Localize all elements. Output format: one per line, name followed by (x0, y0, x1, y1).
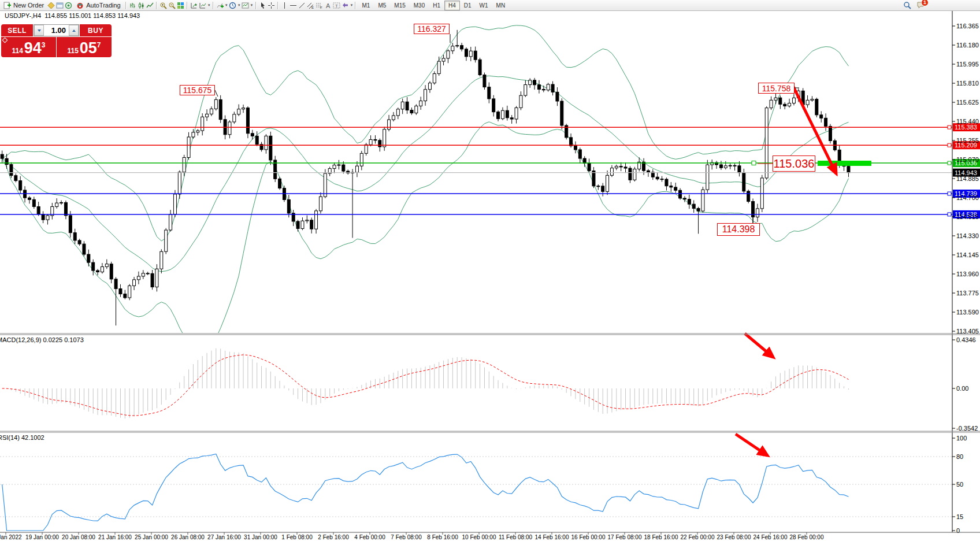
candle (583, 158, 586, 163)
equidistant-channel-icon[interactable]: E (306, 1, 315, 10)
price-callout-115675[interactable]: 115.675 (180, 85, 215, 95)
candle (219, 99, 222, 119)
price-callout-114398[interactable]: 114.398 (717, 223, 760, 236)
candle (719, 165, 722, 168)
candle (242, 108, 245, 109)
price-callout-115758[interactable]: 115.758 (758, 83, 795, 94)
volume-decrease-button[interactable] (34, 25, 44, 36)
arrows-tool-icon[interactable] (341, 1, 350, 10)
sell-price[interactable]: 114943 (1, 37, 56, 57)
indicators-icon[interactable] (216, 1, 224, 10)
fibonacci-icon[interactable]: F (315, 1, 324, 10)
candle (820, 115, 823, 118)
timeframe-button-mn[interactable]: MN (492, 1, 510, 10)
svg-text:T: T (335, 3, 338, 9)
candle (169, 214, 172, 230)
line-chart-icon[interactable] (146, 1, 154, 10)
autotrading-icon (76, 1, 84, 10)
one-click-price-row: 114943 115057 (1, 37, 112, 57)
timeframe-button-w1[interactable]: W1 (476, 1, 492, 10)
candle (365, 144, 368, 153)
buy-button[interactable]: BUY (80, 24, 112, 36)
templates-icon[interactable] (241, 1, 250, 10)
candle (515, 108, 518, 119)
toolbar-right-group: 1 (903, 1, 925, 10)
candle (779, 98, 782, 104)
time-tick-label: 24 Feb 16:00 (753, 534, 788, 540)
templates-caret-icon[interactable]: ▼ (250, 3, 254, 7)
new-chart-icon[interactable] (190, 1, 198, 10)
candle (155, 269, 158, 287)
svg-text:E: E (311, 6, 314, 9)
candle (815, 99, 818, 115)
periods-icon[interactable] (228, 1, 237, 10)
search-icon[interactable] (903, 1, 911, 10)
profiles-caret-icon[interactable]: ▼ (207, 3, 211, 7)
level-handle (948, 161, 951, 165)
text-icon[interactable]: A (324, 1, 332, 10)
timeframe-button-h1[interactable]: H1 (429, 1, 444, 10)
candle (456, 46, 459, 46)
time-tick-label: 8 Feb 16:00 (427, 534, 458, 540)
autotrading-button[interactable]: AutoTrading (73, 1, 124, 10)
candle (574, 146, 577, 150)
vertical-line-icon[interactable] (280, 1, 289, 10)
zoom-in-icon[interactable] (159, 1, 168, 10)
data-window-icon[interactable] (55, 1, 64, 10)
new-order-button[interactable]: New Order (0, 1, 47, 10)
price-tick-label: 116.365 (956, 23, 979, 29)
buy-price[interactable]: 115057 (57, 37, 112, 57)
navigator-icon[interactable] (64, 1, 73, 10)
sell-button[interactable]: SELL (1, 24, 33, 36)
candle (137, 276, 140, 280)
price-callout-116327[interactable]: 116.327 (414, 24, 450, 34)
candle (556, 92, 559, 101)
timeframe-button-m5[interactable]: M5 (374, 1, 390, 10)
candle (46, 216, 49, 220)
candle (492, 99, 495, 112)
toolbar-separator (156, 2, 157, 9)
timeframe-button-m1[interactable]: M1 (358, 1, 374, 10)
notifications-icon[interactable]: 1 (916, 1, 925, 10)
candle (83, 244, 86, 254)
volume-value[interactable]: 1.00 (44, 25, 69, 36)
buy-price-small: 115 (67, 46, 78, 56)
timeframe-button-m15[interactable]: M15 (390, 1, 409, 10)
text-label-icon[interactable]: T (332, 1, 341, 10)
trendline-icon[interactable] (298, 1, 306, 10)
candle (96, 270, 99, 272)
candle (461, 46, 463, 49)
autotrading-label: AutoTrading (86, 2, 121, 9)
horizontal-line-icon[interactable] (289, 1, 298, 10)
time-tick-label: 7 Feb 08:00 (391, 534, 422, 540)
price-tick-label: 115.995 (956, 61, 979, 68)
zoom-out-icon[interactable] (168, 1, 176, 10)
candle (597, 186, 600, 187)
candle (28, 198, 31, 199)
time-tick-label: 27 Jan 16:00 (207, 534, 241, 540)
candlestick-icon[interactable] (137, 1, 146, 10)
timeframe-button-d1[interactable]: D1 (460, 1, 476, 10)
candle (606, 175, 609, 191)
volume-increase-button[interactable] (69, 25, 79, 36)
timeframe-button-h4[interactable]: H4 (444, 1, 460, 10)
crosshair-icon[interactable] (267, 1, 276, 10)
candle (629, 168, 632, 180)
macd-scale-label: -0.3542 (956, 425, 978, 432)
time-tick-label: 11 Feb 08:00 (499, 534, 533, 540)
price-callout-115036[interactable]: 115.036 (773, 155, 815, 172)
candle (788, 103, 791, 106)
arrows-caret-icon[interactable]: ▼ (350, 3, 354, 7)
profiles-icon[interactable] (198, 1, 207, 10)
candle (570, 138, 573, 146)
rsi-scale-label: 50 (956, 481, 963, 488)
mql-editor-icon[interactable] (47, 1, 55, 10)
chart-canvas[interactable]: 115.383115.209115.036114.943114.739114.5… (0, 0, 980, 541)
candle (524, 85, 527, 96)
volume-stepper: 1.00 (34, 24, 79, 36)
timeframe-button-m30[interactable]: M30 (410, 1, 429, 10)
candle (542, 89, 545, 90)
bar-chart-icon[interactable] (128, 1, 137, 10)
cursor-icon[interactable] (258, 1, 267, 10)
tile-windows-icon[interactable] (176, 1, 185, 10)
